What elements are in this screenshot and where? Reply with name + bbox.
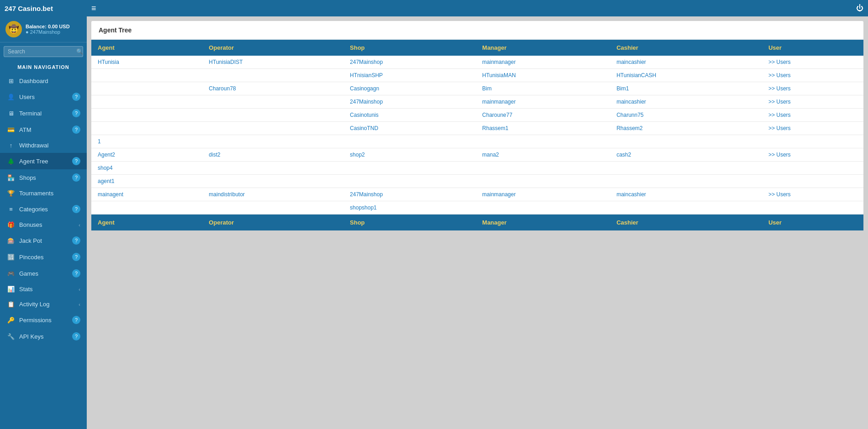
table-row: Agent2dist2shop2mana2cash2>> Users xyxy=(91,148,863,162)
users-link[interactable]: >> Users xyxy=(768,125,791,131)
sidebar-item-users[interactable]: 👤 Users ? xyxy=(0,89,87,105)
table-footer: Agent Operator Shop Manager Cashier User xyxy=(91,214,863,231)
menu-toggle-icon[interactable]: ≡ xyxy=(91,4,96,13)
users-link[interactable]: >> Users xyxy=(768,85,791,92)
shop-link[interactable]: 247Mainshop xyxy=(350,191,383,198)
users-link[interactable]: >> Users xyxy=(768,99,791,105)
sidebar-item-activity-log[interactable]: 📋 Activity Log ‹ xyxy=(0,297,87,312)
table-cell-cashier: HTunisianCASH xyxy=(610,69,762,82)
cashier-link[interactable]: maincashier xyxy=(616,59,646,65)
sidebar-item-withdrawal[interactable]: ↑ Withdrawal xyxy=(0,138,87,153)
table-cell-shop xyxy=(343,135,476,148)
cashier-link[interactable]: maincashier xyxy=(616,191,646,198)
sidebar-item-terminal[interactable]: 🖥 Terminal ? xyxy=(0,105,87,121)
table-cell-manager: mainmanager xyxy=(476,95,610,109)
cashier-link[interactable]: Charunn75 xyxy=(616,112,643,118)
cashier-link[interactable]: cash2 xyxy=(616,152,631,158)
users-link[interactable]: >> Users xyxy=(768,72,791,78)
agent-link[interactable]: agent1 xyxy=(98,178,115,184)
sidebar-item-label: Agent Tree xyxy=(19,158,72,165)
sidebar-item-label: API Keys xyxy=(19,333,72,340)
shop-link[interactable]: Casinotunis xyxy=(350,112,379,118)
table-cell-manager xyxy=(476,135,610,148)
table-cell-user_link xyxy=(762,162,863,175)
shop-link[interactable]: 247Mainshop xyxy=(350,59,383,65)
shop-link[interactable]: shopshop1 xyxy=(350,204,377,211)
sidebar-item-label: Stats xyxy=(19,286,79,293)
agent-link[interactable]: shop4 xyxy=(98,165,113,171)
sidebar-item-bonuses[interactable]: 🎁 Bonuses ‹ xyxy=(0,217,87,232)
sidebar-item-label: Games xyxy=(19,270,72,277)
sidebar-item-shops[interactable]: 🏪 Shops ? xyxy=(0,169,87,186)
agent-link[interactable]: mainagent xyxy=(98,191,123,198)
users-badge: ? xyxy=(72,93,80,101)
shop-link[interactable]: CasinoTND xyxy=(350,125,378,131)
table-cell-user_link[interactable]: >> Users xyxy=(762,109,863,122)
table-cell-operator xyxy=(202,122,343,135)
table-cell-cashier: maincashier xyxy=(610,188,762,201)
table-cell-user_link[interactable]: >> Users xyxy=(762,69,863,82)
bonuses-arrow: ‹ xyxy=(79,222,80,228)
sidebar-item-agent-tree[interactable]: 🌲 Agent Tree ? xyxy=(0,153,87,169)
table-cell-operator xyxy=(202,109,343,122)
operator-link[interactable]: HTunisiaDIST xyxy=(209,59,242,65)
nav-section-label: MAIN NAVIGATION xyxy=(0,61,87,73)
table-cell-user_link[interactable]: >> Users xyxy=(762,122,863,135)
cashier-link[interactable]: maincashier xyxy=(616,99,646,105)
sidebar-item-stats[interactable]: 📊 Stats ‹ xyxy=(0,282,87,297)
manager-link[interactable]: Charoune77 xyxy=(482,112,512,118)
sidebar-item-tournaments[interactable]: 🏆 Tournaments xyxy=(0,186,87,201)
cashier-link[interactable]: HTunisianCASH xyxy=(616,72,656,78)
table-cell-cashier: cash2 xyxy=(610,148,762,162)
table-cell-operator xyxy=(202,201,343,214)
table-row: shopshop1 xyxy=(91,201,863,214)
manager-link[interactable]: HTunisiaMAN xyxy=(482,72,516,78)
sidebar-item-label: Shops xyxy=(19,174,72,181)
users-link[interactable]: >> Users xyxy=(768,112,791,118)
agent-link[interactable]: 1 xyxy=(98,138,101,145)
users-link[interactable]: >> Users xyxy=(768,59,791,65)
manager-link[interactable]: mainmanager xyxy=(482,59,516,65)
sidebar-item-categories[interactable]: ≡ Categories ? xyxy=(0,201,87,217)
table-cell-user_link[interactable]: >> Users xyxy=(762,148,863,162)
table-cell-user_link[interactable]: >> Users xyxy=(762,82,863,95)
sidebar-item-permissions[interactable]: 🔑 Permissions ? xyxy=(0,312,87,328)
shop-link[interactable]: shop2 xyxy=(350,152,365,158)
shop-link[interactable]: HTnisianSHP xyxy=(350,72,383,78)
table-cell-user_link[interactable]: >> Users xyxy=(762,188,863,201)
agent-link[interactable]: HTunisia xyxy=(98,59,119,65)
sidebar-item-api-keys[interactable]: 🔧 API Keys ? xyxy=(0,328,87,345)
power-icon[interactable]: ⏻ xyxy=(856,4,863,12)
users-link[interactable]: >> Users xyxy=(768,152,791,158)
manager-link[interactable]: Rhassem1 xyxy=(482,125,508,131)
operator-link[interactable]: dist2 xyxy=(209,152,220,158)
layout: 🤠 Balance: 0.00 USD 247Mainshop 🔍 MAIN N… xyxy=(0,16,868,429)
sidebar-item-atm[interactable]: 💳 ATM ? xyxy=(0,121,87,138)
agent-link[interactable]: Agent2 xyxy=(98,152,115,158)
shop-link[interactable]: 247Mainshop xyxy=(350,99,383,105)
manager-link[interactable]: mainmanager xyxy=(482,191,516,198)
table-cell-user_link[interactable]: >> Users xyxy=(762,56,863,69)
table-cell-manager: Charoune77 xyxy=(476,109,610,122)
activity-log-arrow: ‹ xyxy=(79,302,80,307)
sidebar-item-jackpot[interactable]: 🎰 Jack Pot ? xyxy=(0,232,87,249)
manager-link[interactable]: mana2 xyxy=(482,152,499,158)
table-cell-user_link[interactable]: >> Users xyxy=(762,95,863,109)
user-info: 🤠 Balance: 0.00 USD 247Mainshop xyxy=(0,16,87,42)
table-cell-cashier xyxy=(610,135,762,148)
table-cell-agent xyxy=(91,201,202,214)
search-input[interactable] xyxy=(8,48,76,55)
sidebar-item-dashboard[interactable]: ⊞ Dashboard xyxy=(0,73,87,89)
manager-link[interactable]: mainmanager xyxy=(482,99,516,105)
operator-link[interactable]: maindistributor xyxy=(209,191,245,198)
operator-link[interactable]: Charoun78 xyxy=(209,85,236,92)
sidebar-item-pincodes[interactable]: 🔢 Pincodes ? xyxy=(0,249,87,265)
table-cell-agent xyxy=(91,69,202,82)
cashier-link[interactable]: Rhassem2 xyxy=(616,125,642,131)
users-link[interactable]: >> Users xyxy=(768,191,791,198)
manager-link[interactable]: Bim xyxy=(482,85,492,92)
sidebar-item-games[interactable]: 🎮 Games ? xyxy=(0,265,87,282)
table-cell-cashier: Bim1 xyxy=(610,82,762,95)
cashier-link[interactable]: Bim1 xyxy=(616,85,629,92)
shop-link[interactable]: Casinogagn xyxy=(350,85,379,92)
